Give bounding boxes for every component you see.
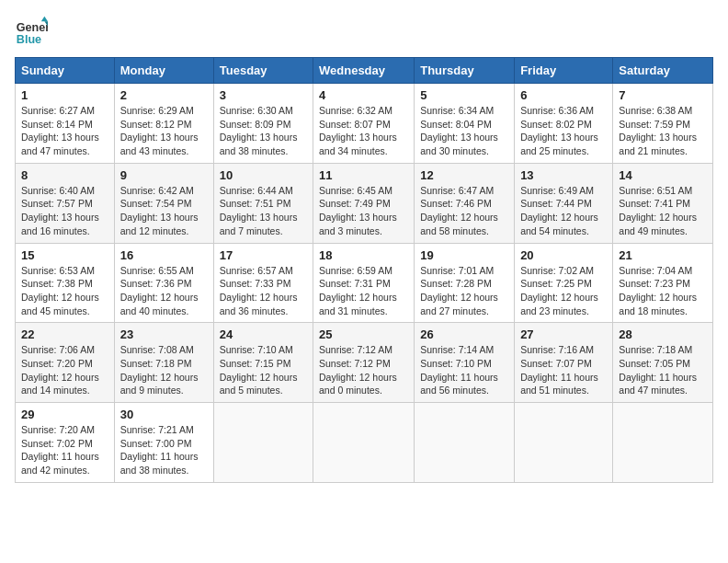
- col-header-wednesday: Wednesday: [313, 58, 415, 84]
- calendar-cell: 2Sunrise: 6:29 AM Sunset: 8:12 PM Daylig…: [114, 84, 213, 164]
- day-number: 16: [120, 248, 208, 262]
- day-detail: Sunrise: 7:06 AM Sunset: 7:20 PM Dayligh…: [21, 343, 108, 397]
- calendar-cell: 4Sunrise: 6:32 AM Sunset: 8:07 PM Daylig…: [313, 84, 415, 164]
- calendar-cell: 12Sunrise: 6:47 AM Sunset: 7:46 PM Dayli…: [415, 163, 515, 243]
- calendar-cell: 28Sunrise: 7:18 AM Sunset: 7:05 PM Dayli…: [613, 323, 713, 403]
- calendar-cell: 10Sunrise: 6:44 AM Sunset: 7:51 PM Dayli…: [213, 163, 313, 243]
- day-number: 28: [619, 327, 707, 341]
- calendar-week-row: 1Sunrise: 6:27 AM Sunset: 8:14 PM Daylig…: [16, 84, 713, 164]
- day-detail: Sunrise: 7:21 AM Sunset: 7:00 PM Dayligh…: [120, 423, 208, 477]
- day-detail: Sunrise: 6:40 AM Sunset: 7:57 PM Dayligh…: [21, 184, 108, 238]
- day-number: 4: [319, 88, 408, 102]
- day-number: 2: [120, 88, 208, 102]
- col-header-saturday: Saturday: [613, 58, 713, 84]
- day-number: 15: [21, 248, 108, 262]
- day-detail: Sunrise: 7:08 AM Sunset: 7:18 PM Dayligh…: [120, 343, 208, 397]
- calendar-cell: 11Sunrise: 6:45 AM Sunset: 7:49 PM Dayli…: [313, 163, 415, 243]
- col-header-friday: Friday: [515, 58, 613, 84]
- calendar-cell: [515, 403, 613, 483]
- calendar-cell: 8Sunrise: 6:40 AM Sunset: 7:57 PM Daylig…: [16, 163, 115, 243]
- calendar-cell: [415, 403, 515, 483]
- day-detail: Sunrise: 6:49 AM Sunset: 7:44 PM Dayligh…: [520, 184, 607, 238]
- calendar-cell: 23Sunrise: 7:08 AM Sunset: 7:18 PM Dayli…: [114, 323, 213, 403]
- day-number: 26: [420, 327, 508, 341]
- calendar-cell: 15Sunrise: 6:53 AM Sunset: 7:38 PM Dayli…: [16, 243, 115, 323]
- calendar-week-row: 29Sunrise: 7:20 AM Sunset: 7:02 PM Dayli…: [16, 403, 713, 483]
- day-detail: Sunrise: 7:14 AM Sunset: 7:10 PM Dayligh…: [420, 343, 508, 397]
- day-detail: Sunrise: 7:01 AM Sunset: 7:28 PM Dayligh…: [420, 264, 508, 318]
- day-number: 20: [520, 248, 607, 262]
- day-number: 17: [220, 248, 307, 262]
- calendar-cell: 14Sunrise: 6:51 AM Sunset: 7:41 PM Dayli…: [613, 163, 713, 243]
- day-detail: Sunrise: 6:36 AM Sunset: 8:02 PM Dayligh…: [520, 104, 607, 158]
- day-number: 13: [520, 168, 607, 182]
- day-detail: Sunrise: 6:57 AM Sunset: 7:33 PM Dayligh…: [220, 264, 307, 318]
- col-header-sunday: Sunday: [16, 58, 115, 84]
- logo: General Blue: [15, 15, 51, 48]
- day-detail: Sunrise: 6:51 AM Sunset: 7:41 PM Dayligh…: [619, 184, 707, 238]
- day-detail: Sunrise: 6:27 AM Sunset: 8:14 PM Dayligh…: [21, 104, 108, 158]
- calendar-cell: [613, 403, 713, 483]
- col-header-tuesday: Tuesday: [213, 58, 313, 84]
- calendar-cell: 3Sunrise: 6:30 AM Sunset: 8:09 PM Daylig…: [213, 84, 313, 164]
- day-detail: Sunrise: 6:45 AM Sunset: 7:49 PM Dayligh…: [319, 184, 408, 238]
- day-number: 6: [520, 88, 607, 102]
- calendar-cell: 20Sunrise: 7:02 AM Sunset: 7:25 PM Dayli…: [515, 243, 613, 323]
- calendar-cell: 24Sunrise: 7:10 AM Sunset: 7:15 PM Dayli…: [213, 323, 313, 403]
- calendar-cell: 26Sunrise: 7:14 AM Sunset: 7:10 PM Dayli…: [415, 323, 515, 403]
- calendar-cell: 18Sunrise: 6:59 AM Sunset: 7:31 PM Dayli…: [313, 243, 415, 323]
- day-number: 18: [319, 248, 408, 262]
- calendar-cell: [213, 403, 313, 483]
- day-number: 30: [120, 408, 208, 421]
- calendar-table: SundayMondayTuesdayWednesdayThursdayFrid…: [15, 57, 713, 483]
- day-detail: Sunrise: 6:53 AM Sunset: 7:38 PM Dayligh…: [21, 264, 108, 318]
- day-detail: Sunrise: 7:10 AM Sunset: 7:15 PM Dayligh…: [220, 343, 307, 397]
- calendar-cell: 19Sunrise: 7:01 AM Sunset: 7:28 PM Dayli…: [415, 243, 515, 323]
- day-detail: Sunrise: 6:47 AM Sunset: 7:46 PM Dayligh…: [420, 184, 508, 238]
- day-detail: Sunrise: 7:12 AM Sunset: 7:12 PM Dayligh…: [319, 343, 408, 397]
- day-number: 3: [220, 88, 307, 102]
- day-number: 25: [319, 327, 408, 341]
- day-detail: Sunrise: 6:32 AM Sunset: 8:07 PM Dayligh…: [319, 104, 408, 158]
- day-number: 11: [319, 168, 408, 182]
- logo-icon: General Blue: [15, 15, 48, 48]
- day-detail: Sunrise: 6:42 AM Sunset: 7:54 PM Dayligh…: [120, 184, 208, 238]
- calendar-cell: 17Sunrise: 6:57 AM Sunset: 7:33 PM Dayli…: [213, 243, 313, 323]
- calendar-cell: 13Sunrise: 6:49 AM Sunset: 7:44 PM Dayli…: [515, 163, 613, 243]
- day-number: 29: [21, 408, 108, 421]
- day-number: 12: [420, 168, 508, 182]
- calendar-cell: 25Sunrise: 7:12 AM Sunset: 7:12 PM Dayli…: [313, 323, 415, 403]
- day-detail: Sunrise: 6:59 AM Sunset: 7:31 PM Dayligh…: [319, 264, 408, 318]
- day-detail: Sunrise: 6:30 AM Sunset: 8:09 PM Dayligh…: [220, 104, 307, 158]
- calendar-week-row: 15Sunrise: 6:53 AM Sunset: 7:38 PM Dayli…: [16, 243, 713, 323]
- calendar-cell: 16Sunrise: 6:55 AM Sunset: 7:36 PM Dayli…: [114, 243, 213, 323]
- day-number: 21: [619, 248, 707, 262]
- day-detail: Sunrise: 6:34 AM Sunset: 8:04 PM Dayligh…: [420, 104, 508, 158]
- calendar-cell: 1Sunrise: 6:27 AM Sunset: 8:14 PM Daylig…: [16, 84, 115, 164]
- calendar-cell: 21Sunrise: 7:04 AM Sunset: 7:23 PM Dayli…: [613, 243, 713, 323]
- calendar-cell: 7Sunrise: 6:38 AM Sunset: 7:59 PM Daylig…: [613, 84, 713, 164]
- col-header-monday: Monday: [114, 58, 213, 84]
- day-number: 8: [21, 168, 108, 182]
- day-detail: Sunrise: 6:29 AM Sunset: 8:12 PM Dayligh…: [120, 104, 208, 158]
- calendar-cell: 9Sunrise: 6:42 AM Sunset: 7:54 PM Daylig…: [114, 163, 213, 243]
- calendar-cell: 29Sunrise: 7:20 AM Sunset: 7:02 PM Dayli…: [16, 403, 115, 483]
- calendar-cell: 30Sunrise: 7:21 AM Sunset: 7:00 PM Dayli…: [114, 403, 213, 483]
- calendar-cell: 6Sunrise: 6:36 AM Sunset: 8:02 PM Daylig…: [515, 84, 613, 164]
- col-header-thursday: Thursday: [415, 58, 515, 84]
- calendar-week-row: 22Sunrise: 7:06 AM Sunset: 7:20 PM Dayli…: [16, 323, 713, 403]
- calendar-header-row: SundayMondayTuesdayWednesdayThursdayFrid…: [16, 58, 713, 84]
- calendar-cell: 5Sunrise: 6:34 AM Sunset: 8:04 PM Daylig…: [415, 84, 515, 164]
- day-number: 24: [220, 327, 307, 341]
- calendar-cell: [313, 403, 415, 483]
- calendar-cell: 27Sunrise: 7:16 AM Sunset: 7:07 PM Dayli…: [515, 323, 613, 403]
- day-number: 19: [420, 248, 508, 262]
- day-number: 5: [420, 88, 508, 102]
- day-detail: Sunrise: 6:38 AM Sunset: 7:59 PM Dayligh…: [619, 104, 707, 158]
- day-number: 22: [21, 327, 108, 341]
- day-detail: Sunrise: 7:16 AM Sunset: 7:07 PM Dayligh…: [520, 343, 607, 397]
- calendar-week-row: 8Sunrise: 6:40 AM Sunset: 7:57 PM Daylig…: [16, 163, 713, 243]
- day-number: 27: [520, 327, 607, 341]
- day-number: 1: [21, 88, 108, 102]
- day-detail: Sunrise: 7:02 AM Sunset: 7:25 PM Dayligh…: [520, 264, 607, 318]
